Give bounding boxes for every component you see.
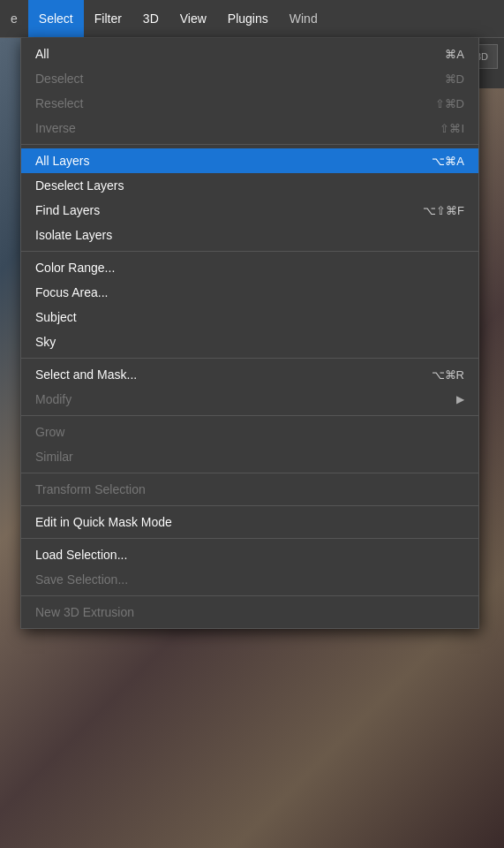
menu-bar-item-select[interactable]: Select	[28, 0, 84, 37]
submenu-arrow-icon: ▶	[456, 393, 464, 405]
menu-item-all[interactable]: All ⌘A	[21, 42, 478, 66]
menu-item-all-shortcut: ⌘A	[445, 48, 464, 61]
menu-item-all-label: All	[35, 47, 427, 61]
menu-item-color-range-label: Color Range...	[35, 261, 464, 275]
menu-item-focus-area-label: Focus Area...	[35, 285, 464, 299]
menu-item-load-selection[interactable]: Load Selection...	[21, 542, 478, 567]
menu-section-9: New 3D Extrusion	[21, 596, 478, 628]
menu-item-subject-label: Subject	[35, 310, 464, 324]
menu-item-reselect-label: Reselect	[35, 96, 417, 110]
menu-bar-item-3d[interactable]: 3D	[132, 0, 169, 37]
menu-item-deselect-layers-label: Deselect Layers	[35, 178, 464, 193]
menu-item-all-layers-shortcut: ⌥⌘A	[432, 155, 464, 168]
menu-item-grow: Grow	[21, 420, 478, 444]
menu-item-save-selection: Save Selection...	[21, 567, 478, 592]
menu-bar-item-plugins[interactable]: Plugins	[217, 0, 279, 37]
menu-item-select-and-mask[interactable]: Select and Mask... ⌥⌘R	[21, 362, 478, 387]
select-dropdown-menu: All ⌘A Deselect ⌘D Reselect ⇧⌘D Inverse …	[20, 38, 479, 629]
menu-item-inverse: Inverse ⇧⌘I	[21, 116, 478, 140]
menu-bar-item-filter[interactable]: Filter	[84, 0, 132, 37]
menu-item-transform-selection: Transform Selection	[21, 477, 478, 502]
menu-item-deselect-shortcut: ⌘D	[445, 72, 464, 86]
menu-item-subject[interactable]: Subject	[21, 305, 478, 329]
menu-item-all-layers[interactable]: All Layers ⌥⌘A	[21, 148, 478, 173]
menu-item-sky[interactable]: Sky	[21, 329, 478, 354]
menu-item-find-layers[interactable]: Find Layers ⌥⇧⌘F	[21, 198, 478, 223]
menu-section-1: All ⌘A Deselect ⌘D Reselect ⇧⌘D Inverse …	[21, 38, 478, 145]
menu-section-2: All Layers ⌥⌘A Deselect Layers Find Laye…	[21, 145, 478, 252]
menu-bar: e Select Filter 3D View Plugins Wind	[0, 0, 504, 38]
menu-item-select-and-mask-label: Select and Mask...	[35, 367, 414, 382]
menu-item-reselect: Reselect ⇧⌘D	[21, 91, 478, 116]
menu-item-inverse-label: Inverse	[35, 121, 422, 135]
menu-item-transform-selection-label: Transform Selection	[35, 482, 464, 496]
menu-item-find-layers-label: Find Layers	[35, 203, 405, 217]
menu-section-7: Edit in Quick Mask Mode	[21, 506, 478, 539]
menu-section-6: Transform Selection	[21, 473, 478, 506]
menu-item-select-and-mask-shortcut: ⌥⌘R	[432, 368, 464, 382]
menu-section-5: Grow Similar	[21, 416, 478, 473]
menu-item-grow-label: Grow	[35, 425, 464, 439]
menu-bar-item-partial-left[interactable]: e	[0, 0, 28, 37]
menu-item-isolate-layers[interactable]: Isolate Layers	[21, 223, 478, 247]
menu-item-focus-area[interactable]: Focus Area...	[21, 280, 478, 305]
menu-item-sky-label: Sky	[35, 335, 464, 349]
menu-item-deselect-label: Deselect	[35, 72, 427, 86]
menu-bar-item-view[interactable]: View	[169, 0, 217, 37]
menu-item-save-selection-label: Save Selection...	[35, 572, 464, 587]
menu-item-modify: Modify ▶	[21, 387, 478, 412]
menu-item-all-layers-label: All Layers	[35, 154, 414, 168]
menu-item-similar: Similar	[21, 444, 478, 469]
menu-item-color-range[interactable]: Color Range...	[21, 255, 478, 280]
menu-item-modify-label: Modify	[35, 392, 456, 406]
menu-item-deselect: Deselect ⌘D	[21, 66, 478, 91]
menu-item-load-selection-label: Load Selection...	[35, 548, 464, 562]
menu-section-3: Color Range... Focus Area... Subject Sky	[21, 252, 478, 359]
menu-item-new-3d-extrusion-label: New 3D Extrusion	[35, 605, 464, 619]
menu-item-inverse-shortcut: ⇧⌘I	[440, 122, 464, 135]
menu-item-deselect-layers[interactable]: Deselect Layers	[21, 173, 478, 198]
menu-item-similar-label: Similar	[35, 450, 464, 464]
menu-bar-item-window[interactable]: Wind	[279, 0, 328, 37]
menu-item-quick-mask-label: Edit in Quick Mask Mode	[35, 515, 464, 529]
menu-section-4: Select and Mask... ⌥⌘R Modify ▶	[21, 359, 478, 416]
menu-item-new-3d-extrusion: New 3D Extrusion	[21, 600, 478, 625]
menu-item-isolate-layers-label: Isolate Layers	[35, 228, 464, 242]
menu-item-reselect-shortcut: ⇧⌘D	[435, 97, 464, 110]
menu-section-8: Load Selection... Save Selection...	[21, 539, 478, 596]
menu-item-quick-mask[interactable]: Edit in Quick Mask Mode	[21, 510, 478, 534]
menu-item-find-layers-shortcut: ⌥⇧⌘F	[423, 204, 464, 217]
